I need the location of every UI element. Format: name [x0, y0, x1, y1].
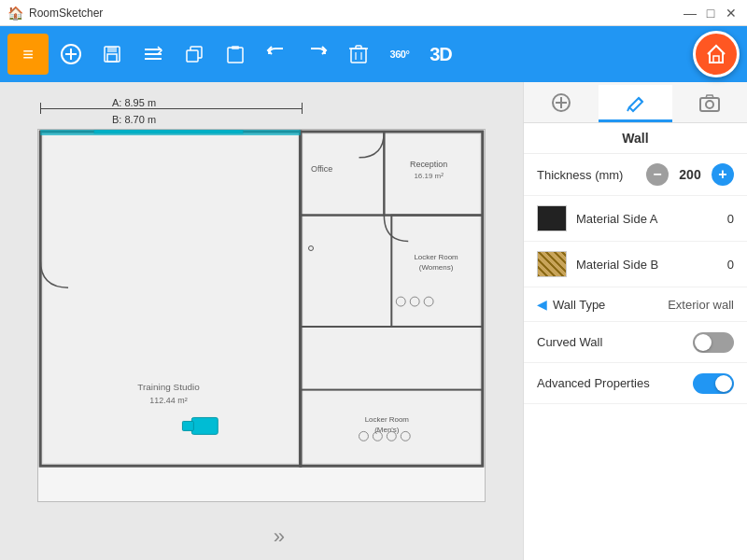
curved-wall-row: Curved Wall: [524, 322, 747, 363]
svg-text:Locker Room: Locker Room: [414, 253, 458, 261]
svg-rect-47: [182, 421, 193, 430]
curved-wall-toggle-track: [693, 332, 734, 353]
svg-rect-13: [351, 49, 366, 63]
maximize-button[interactable]: □: [702, 5, 719, 21]
tab-camera[interactable]: [672, 85, 747, 122]
svg-point-56: [706, 101, 713, 108]
titlebar: 🏠 RoomSketcher — □ ✕: [0, 0, 747, 26]
svg-rect-49: [40, 130, 301, 135]
titlebar-controls: — □ ✕: [682, 5, 740, 21]
measure-tick-a-right: [302, 103, 303, 114]
svg-text:Office: Office: [311, 164, 332, 174]
measurement-line-a: [40, 108, 302, 109]
save-button[interactable]: [93, 35, 131, 73]
material-a-label: Material Side A: [576, 212, 727, 226]
svg-rect-20: [43, 134, 298, 463]
svg-text:(Womens): (Womens): [419, 263, 454, 272]
advanced-properties-toggle-track: [693, 373, 734, 394]
floorplan-container: A: 8.95 m B: 8.70 m Office: [37, 101, 486, 511]
thickness-plus-button[interactable]: +: [712, 163, 734, 186]
menu-button[interactable]: ≡: [7, 34, 49, 75]
advanced-properties-label: Advanced Properties: [537, 376, 693, 390]
app-icon: 🏠: [7, 6, 23, 21]
svg-text:(Men's): (Men's): [374, 426, 400, 434]
svg-line-53: [639, 98, 642, 102]
svg-rect-15: [356, 46, 361, 49]
main-area: A: 8.95 m B: 8.70 m Office: [0, 82, 747, 560]
curved-wall-toggle[interactable]: [693, 332, 734, 353]
measurement-b-label: B: 8.70 m: [112, 114, 156, 125]
svg-rect-12: [232, 46, 239, 49]
close-button[interactable]: ✕: [723, 5, 740, 21]
wall-type-arrow-icon: ◀: [537, 297, 547, 312]
lines-button[interactable]: [134, 35, 172, 73]
material-b-label: Material Side B: [576, 258, 727, 272]
svg-rect-11: [228, 48, 243, 63]
home-button[interactable]: [693, 31, 740, 77]
svg-rect-10: [187, 50, 198, 62]
minimize-button[interactable]: —: [682, 5, 698, 21]
panel-tabs: [524, 82, 747, 123]
wall-type-label: Wall Type: [553, 298, 668, 312]
thickness-row: Thickness (mm) − 200 +: [524, 154, 747, 196]
panel-title: Wall: [524, 123, 747, 154]
material-a-value: 0: [727, 212, 734, 226]
curved-wall-label: Curved Wall: [537, 335, 693, 349]
svg-line-54: [627, 107, 629, 111]
svg-text:Locker Room: Locker Room: [365, 415, 410, 424]
floor-plan-svg[interactable]: Office Reception 16.19 m² Locker Room (W…: [37, 129, 486, 502]
svg-rect-46: [191, 417, 218, 434]
thickness-value: 200: [676, 167, 704, 182]
app-title: RoomSketcher: [29, 7, 103, 20]
material-b-row[interactable]: Material Side B 0: [524, 242, 747, 287]
advanced-properties-row: Advanced Properties: [524, 363, 747, 404]
canvas-area[interactable]: A: 8.95 m B: 8.70 m Office: [0, 82, 523, 560]
advanced-properties-toggle[interactable]: [693, 373, 734, 394]
svg-rect-4: [107, 47, 117, 52]
svg-text:16.19 m²: 16.19 m²: [414, 172, 444, 180]
thickness-control: − 200 +: [646, 163, 734, 186]
tab-edit[interactable]: [599, 85, 673, 122]
wall-type-value: Exterior wall: [668, 298, 734, 312]
material-a-row[interactable]: Material Side A 0: [524, 196, 747, 242]
svg-text:112.44 m²: 112.44 m²: [149, 396, 187, 405]
advanced-properties-toggle-thumb: [715, 375, 732, 392]
delete-button[interactable]: [340, 35, 377, 73]
redo-button[interactable]: [299, 35, 336, 73]
undo-button[interactable]: [258, 35, 295, 73]
cursor-indicator: [308, 245, 314, 251]
curved-wall-toggle-thumb: [695, 334, 712, 351]
material-a-swatch[interactable]: [537, 205, 567, 231]
svg-rect-5: [107, 54, 117, 62]
copy-button[interactable]: [176, 35, 213, 73]
wall-type-row[interactable]: ◀ Wall Type Exterior wall: [524, 287, 747, 322]
add-button[interactable]: [52, 35, 90, 73]
right-panel: Wall Thickness (mm) − 200 + Material Sid…: [523, 82, 747, 560]
toolbar: ≡ 360° 3D: [0, 26, 747, 82]
view360-button[interactable]: 360°: [381, 35, 418, 73]
expand-chevrons[interactable]: »: [274, 525, 285, 549]
svg-text:Reception: Reception: [410, 160, 447, 169]
measure-tick-a-left: [40, 103, 41, 114]
measurement-a-label: A: 8.95 m: [112, 97, 156, 108]
material-b-value: 0: [727, 258, 734, 272]
svg-text:Training Studio: Training Studio: [137, 382, 200, 392]
paste-button[interactable]: [217, 35, 254, 73]
material-b-swatch[interactable]: [537, 251, 567, 277]
thickness-label: Thickness (mm): [537, 168, 646, 182]
svg-rect-18: [713, 56, 719, 63]
thickness-minus-button[interactable]: −: [646, 163, 669, 186]
view3d-button[interactable]: 3D: [422, 35, 459, 73]
titlebar-left: 🏠 RoomSketcher: [7, 6, 103, 21]
tab-add[interactable]: [524, 85, 599, 122]
